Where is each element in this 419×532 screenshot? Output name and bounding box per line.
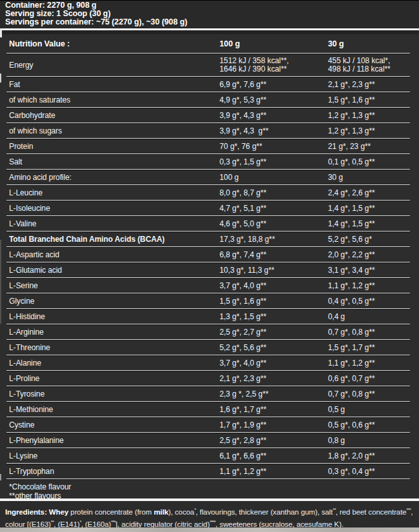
nutrition-row-l-leucine: L-Leucine8,0 g*, 8,7 g**2,4 g*, 2,6 g** bbox=[0, 185, 419, 201]
footnote-chocolate-flavour: *Chocolate flavour bbox=[9, 483, 419, 492]
ingredient-segment: , (E160a) bbox=[81, 520, 111, 528]
servings-per-container-line: Servings per container: ~75 (2270 g), ~3… bbox=[5, 18, 419, 26]
ingredient-footnote-mark: *** bbox=[111, 520, 116, 524]
nutrition-row-l-arginine: L-Arginine2,5 g*, 2,7 g**0,7 g*, 0,8 g** bbox=[0, 324, 419, 340]
nutrition-row-total-branched-chain-amino-acids-bcaa: Total Branched Chain Amino Acids (BCAA)1… bbox=[0, 232, 419, 247]
label-edge-artifact bbox=[0, 474, 1, 480]
nutrition-row-l-valine: L-Valine4,6 g*, 5,0 g**1,4 g*, 1,5 g** bbox=[0, 216, 419, 232]
nutrition-row-carbohydrate: Carbohydrate3,9 g*, 4,3 g**1,2 g*, 1,3 g… bbox=[0, 108, 419, 123]
nutrition-row-l-proline: L-Proline2,1 g*, 2,3 g**0,6 g*, 0,7 g** bbox=[0, 371, 419, 386]
ingredient-segment: , sweeteners (sucralose, acesufame K). bbox=[216, 520, 343, 528]
ingredients-block: Ingredients: Whey protein concentrate (f… bbox=[0, 501, 419, 529]
nutrition-row-glycine: Glycine1,5 g*, 1,6 g**0,4 g*, 0,5 g** bbox=[0, 293, 419, 309]
ingredient-segment: Ingredients: Whey bbox=[5, 508, 68, 516]
column-header-nutrition-value: Nutrition Value : bbox=[0, 39, 220, 48]
nutrition-row-l-isoleucine: L-Isoleucine4,7 g*, 5,1 g**1,4 g*, 1,5 g… bbox=[0, 201, 419, 216]
ingredient-segment: , red beet concentrate bbox=[336, 508, 407, 516]
ingredient-segment: milk bbox=[154, 508, 169, 516]
nutrition-row-of-which-saturates: of which saturates4,9 g*, 5,3 g**1,5 g*,… bbox=[0, 92, 419, 108]
nutrition-row-l-alanine: L-Alanine3,7 g*, 4,0 g**1,1 g*, 1,2 g** bbox=[0, 355, 419, 371]
ingredient-segment: ), cocoa bbox=[169, 508, 194, 516]
nutrition-row-of-which-sugars: of which sugars3,9 g*, 4,3 g**1,2 g*, 1,… bbox=[0, 123, 419, 139]
ingredient-segment: , flavourings, thickener (xanthan gum), … bbox=[196, 508, 332, 516]
nutrition-row-l-glutamic-acid: L-Glutamic acid10,3 g*, 11,3 g**3,1 g*, … bbox=[0, 262, 419, 278]
nutrition-row-l-tryptophan: L-Tryptophan1,1 g*, 1,2 g**0,3 g*, 0,4 g… bbox=[0, 464, 419, 479]
nutrition-row-l-tyrosine: L-Tyrosine2,3 g *, 2,5 g**0,7 g*, 0,8 g*… bbox=[0, 386, 419, 402]
label-edge-artifact bbox=[0, 240, 1, 324]
footnote-other-flavours: **other flavours bbox=[9, 492, 419, 499]
nutrition-row-l-aspartic-acid: L-Aspartic acid6,8 g*, 7,4 g**2,0 g*, 2,… bbox=[0, 247, 419, 262]
nutrition-row-l-threonine: L-Threonine5,2 g*, 5,6 g**1,5 g*, 1,7 g*… bbox=[0, 340, 419, 355]
nutrition-row-fat: Fat6,9 g*, 7,6 g**2,1 g*, 2,3 g** bbox=[0, 77, 419, 92]
nutrition-row-cystine: Cystine1,7 g*, 1,9 g**0,5 g*, 0,6 g** bbox=[0, 417, 419, 433]
ingredient-segment: protein concentrate (from bbox=[68, 508, 154, 516]
nutrition-row-l-lysine: L-Lysine6,1 g*, 6,6 g**1,8 g*, 2,0 g** bbox=[0, 448, 419, 464]
ingredient-footnote-mark: **** bbox=[210, 520, 216, 524]
nutrition-table: Nutrition Value : 100 g 30 g Energy1512 … bbox=[0, 30, 419, 498]
nutrition-label: Container: 2270 g, 908 g Serving size: 1… bbox=[0, 0, 419, 532]
column-header-100g: 100 g bbox=[220, 39, 328, 48]
nutrition-row-energy: Energy1512 kJ / 358 kcal**,1646 kJ / 390… bbox=[0, 54, 419, 77]
nutrition-table-header: Nutrition Value : 100 g 30 g bbox=[0, 34, 419, 54]
nutrition-rows: Energy1512 kJ / 358 kcal**,1646 kJ / 390… bbox=[0, 54, 419, 479]
label-edge-artifact bbox=[0, 28, 2, 37]
label-edge-artifact bbox=[0, 74, 1, 83]
nutrition-row-amino-acid-profile: Amino acid profile:100 g30 g bbox=[0, 170, 419, 185]
footnotes: *Chocolate flavour **other flavours bbox=[0, 479, 419, 498]
nutrition-row-l-serine: L-Serine3,7 g*, 4,0 g**1,1 g*, 1,2 g** bbox=[0, 278, 419, 293]
nutrition-row-salt: Salt0,3 g*, 1,5 g**0,1 g*, 0,5 g** bbox=[0, 154, 419, 170]
nutrition-row-l-histidine: L-Histidine1,3 g*, 1,5 g**0,4 g bbox=[0, 309, 419, 324]
nutrition-row-l-methionine: L-Methionine1,6 g*, 1,7 g**0,5 g bbox=[0, 402, 419, 417]
nutrition-row-l-phenylalanine: L-Phenylalanine2,5 g*, 2,8 g**0,8 g bbox=[0, 433, 419, 448]
nutrition-row-protein: Protein70 g*, 76 g**21 g*, 23 g** bbox=[0, 139, 419, 154]
ingredient-segment: ], acidity regulator (citric acid) bbox=[116, 520, 210, 528]
ingredients-text: Ingredients: Whey protein concentrate (f… bbox=[5, 505, 414, 529]
ingredient-segment: , (E141) bbox=[54, 520, 79, 528]
column-header-30g: 30 g bbox=[328, 39, 419, 48]
product-header: Container: 2270 g, 908 g Serving size: 1… bbox=[0, 0, 419, 28]
photo-bottom-edge bbox=[0, 527, 419, 532]
